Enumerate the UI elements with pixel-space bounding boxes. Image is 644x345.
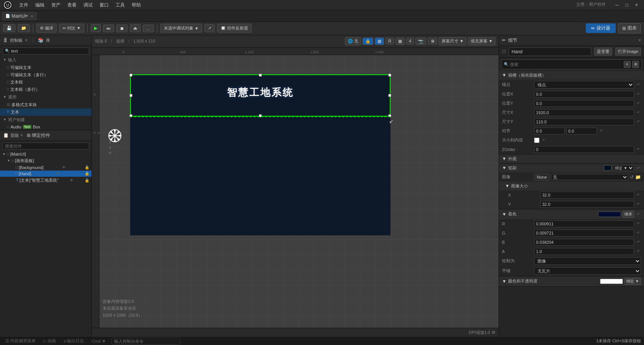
tint-swatch[interactable] (598, 212, 621, 217)
zorder-input[interactable] (534, 146, 634, 153)
compile-btn[interactable]: ⚙ 编译 (36, 24, 57, 33)
item-rich-text[interactable]: ☑ 多格式文本块 (0, 101, 92, 108)
posx-reset[interactable]: ↶ (636, 92, 641, 97)
menu-file[interactable]: 文件 (16, 1, 31, 9)
dpi-settings-icon[interactable]: ⚙ (492, 330, 495, 335)
menu-debug[interactable]: 调试 (80, 1, 96, 9)
grid-mode-btn[interactable]: ▦ (375, 38, 384, 45)
r-reset[interactable]: ↶ (636, 221, 641, 226)
eject-btn[interactable]: ⏏ (130, 24, 141, 32)
layer-node-text[interactable]: T [文本]"智慧工地系统" 👁 🔒 (0, 177, 92, 184)
a-reset[interactable]: ↶ (636, 249, 641, 254)
align-reset[interactable]: ↶ (598, 128, 604, 133)
window-close[interactable]: × (632, 2, 641, 8)
b-reset[interactable]: ↶ (636, 240, 641, 245)
layer-node-background[interactable]: ▶ □ [Background] 👁 🔒 (0, 164, 92, 171)
color-opacity-bind-btn[interactable]: 绑定 ▼ (624, 278, 641, 285)
tint-reset[interactable]: ↶ (636, 212, 641, 217)
designer-btn[interactable]: ✏ 设计器 (586, 23, 616, 33)
a-input[interactable] (534, 248, 634, 255)
compare-btn[interactable]: ⇔ 对比 ▼ (59, 24, 84, 33)
open-image-btn[interactable]: 打开Image (615, 48, 641, 56)
reflect-icon-btn[interactable]: ↗ (204, 24, 215, 32)
g-reset[interactable]: ↶ (636, 230, 641, 235)
layer-node-mainui[interactable]: ▼ □ [MainUI] (0, 151, 92, 157)
sizex-input[interactable] (534, 109, 634, 116)
item-audiotext[interactable]: □ Audio Text Box (0, 124, 92, 130)
menu-edit[interactable]: 编辑 (32, 1, 47, 9)
r-btn[interactable]: R (386, 38, 394, 44)
tiling-select[interactable]: 无瓦片 (534, 267, 641, 275)
menu-help[interactable]: 帮助 (129, 1, 144, 9)
color-opacity-header[interactable]: ▼ 颜色和不透明度 绑定 ▼ (499, 276, 644, 286)
anchor-select[interactable]: 锚点 (534, 81, 634, 89)
img-y-input[interactable] (540, 201, 634, 208)
menu-tools[interactable]: 工具 (113, 1, 128, 9)
eye-icon[interactable]: 👁 (70, 178, 74, 182)
prop-close[interactable]: × (638, 38, 641, 43)
prop-icon-settings[interactable]: ⚙ (632, 61, 639, 68)
size-content-checkbox[interactable] (534, 138, 539, 143)
control-panel-close[interactable]: × (25, 38, 28, 43)
graph-btn[interactable]: ⊞ 图表 (618, 23, 641, 33)
img-x-reset[interactable]: ↶ (636, 192, 641, 197)
sizey-input[interactable] (534, 118, 634, 125)
layer-search-input[interactable] (5, 144, 87, 148)
lock-icon[interactable]: 🔒 (85, 178, 89, 182)
slot-section-header[interactable]: ▼ 插槽（画布面板槽） (499, 71, 644, 80)
menu-window[interactable]: 窗口 (96, 1, 112, 9)
bind-widget-btn[interactable]: ⊞ 绑定控件 (27, 132, 50, 139)
lock-icon[interactable]: 🔒 (85, 165, 89, 169)
layer-close[interactable]: × (20, 133, 23, 138)
step-btn[interactable]: ⏭ (103, 25, 114, 32)
save-btn[interactable]: 💾 (3, 24, 15, 32)
sizey-reset[interactable]: ↶ (636, 119, 641, 124)
screen-size-btn[interactable]: 屏幕尺寸 ▼ (439, 37, 466, 45)
save-status[interactable]: 1未保存 Ctrl+S保存按钮 (596, 338, 641, 344)
status-cmd-btn[interactable]: Cmd ▼ (89, 339, 108, 343)
browse-btn[interactable]: 📁 (18, 24, 30, 32)
appearance-header[interactable]: ▼ 外观 (499, 154, 644, 163)
image-refresh-icon[interactable]: ↺ (630, 174, 634, 180)
prop-name-input[interactable] (509, 48, 591, 56)
menu-asset[interactable]: 资产 (48, 1, 64, 9)
prop-icon-list[interactable]: ≡ (624, 61, 631, 68)
debug-object-btn[interactable]: 未选中调试对象 ▼ (160, 24, 202, 33)
image-size-header[interactable]: ▼ 图像大小 (499, 182, 644, 191)
brush-reset[interactable]: ↶ (636, 166, 641, 171)
align-x-input[interactable] (534, 128, 565, 135)
menu-view[interactable]: 查看 (64, 1, 80, 9)
section-common[interactable]: ▼ 通用 (0, 93, 92, 101)
window-minimize[interactable]: ─ (612, 2, 622, 8)
window-maximize[interactable]: □ (623, 2, 631, 8)
g-input[interactable] (534, 230, 634, 237)
control-search-bar[interactable]: 🔍 (2, 48, 89, 54)
brush-header[interactable]: ▼ 笔刷 绑定 ▼ ↶ (499, 164, 644, 172)
item-textbox-multi[interactable]: □ 文本框（多行） (0, 86, 92, 93)
posx-input[interactable] (534, 91, 634, 98)
section-input[interactable]: ▼ 输入 (0, 56, 92, 64)
item-editable-text-multi[interactable]: □ 可编辑文本（多行） (0, 71, 92, 79)
lock-btn[interactable]: 🔒 (363, 38, 373, 45)
layer-node-canvas[interactable]: ▼ □ [画布面板] (0, 157, 92, 164)
img-x-input[interactable] (540, 192, 634, 199)
posy-input[interactable] (534, 100, 634, 107)
fill-btn[interactable]: 填充屏幕 ▼ (468, 37, 495, 45)
tab-close-btn[interactable]: × (31, 14, 33, 18)
r-input[interactable] (534, 220, 634, 227)
table-btn[interactable]: ▦ (396, 38, 405, 45)
canvas-viewport[interactable]: ↙ 智慧工地系统 (100, 55, 499, 328)
render-as-select[interactable]: 图像 (534, 257, 641, 265)
tab-mainui[interactable]: 📄 MainUI• × (2, 12, 37, 20)
monitor-btn[interactable]: 🖥 (428, 38, 437, 44)
globe-btn[interactable]: 🌐 无 (345, 37, 361, 45)
item-textbox[interactable]: □ 文本框 (0, 79, 92, 86)
prop-search[interactable]: 🔍 ≡ ⚙ (501, 59, 642, 69)
section-user[interactable]: ▼ 用户创建 (0, 116, 92, 124)
more-btn[interactable]: … (143, 25, 154, 32)
posy-reset[interactable]: ↶ (636, 101, 641, 106)
tint-inherit-btn[interactable]: 继承 (623, 211, 634, 218)
tint-header[interactable]: ▼ 着色 继承 ↶ (499, 209, 644, 219)
brush-color-swatch[interactable] (604, 165, 611, 171)
zorder-reset[interactable]: ↶ (636, 147, 641, 152)
